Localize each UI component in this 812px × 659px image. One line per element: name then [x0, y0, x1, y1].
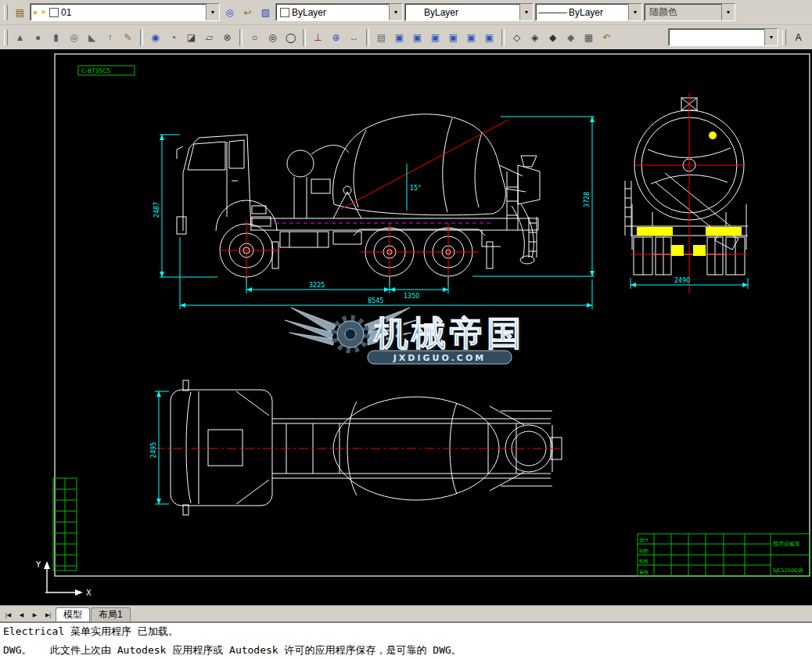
slice-icon[interactable]: ◪: [183, 29, 199, 46]
section-icon[interactable]: ▱: [201, 29, 217, 46]
icon-glyph: ⊥: [314, 33, 322, 42]
chevron-down-icon[interactable]: ▼: [764, 29, 778, 45]
icon-glyph: ◎: [70, 33, 77, 42]
sheet-set-icon[interactable]: ▥: [808, 29, 812, 46]
icon-glyph: ↑: [108, 33, 113, 42]
icon-glyph: ▣: [485, 33, 494, 42]
icon-glyph: ◪: [187, 33, 196, 42]
interfere-icon[interactable]: ⊗: [219, 29, 235, 46]
layer-states-icon[interactable]: ▧: [257, 4, 274, 21]
icon-glyph: ▣: [449, 33, 458, 42]
chevron-down-icon[interactable]: ▼: [389, 4, 402, 20]
plan-view: [171, 380, 562, 515]
linetype-combo[interactable]: ByLayer ▼: [404, 3, 534, 21]
view-left-icon[interactable]: ▣: [427, 29, 444, 46]
icon-glyph: ▲: [16, 33, 25, 42]
icon-glyph: ▣: [413, 33, 422, 42]
ucs-world-icon[interactable]: ⊕: [328, 29, 344, 46]
view-right-icon[interactable]: ▣: [445, 29, 462, 46]
make-object-layer-current-icon[interactable]: ◎: [221, 4, 238, 21]
subtract-icon[interactable]: ◔: [165, 29, 181, 46]
logo-url: JXDIGUO.COM: [393, 353, 486, 363]
chevron-down-icon[interactable]: ▼: [628, 4, 641, 20]
current-linetype: ByLayer: [410, 7, 458, 18]
orbit-icon[interactable]: ◇: [508, 29, 525, 46]
icon-glyph: ▣: [431, 33, 440, 42]
dim-overall-length: 8545: [368, 297, 383, 304]
dim-plan-width: 2495: [150, 442, 157, 458]
title-block: 设计 制图 校核 审核 搅拌运输车 SJC5250GJB: [638, 534, 810, 576]
tab-nav-group: |◀◀▶▶|: [2, 609, 54, 621]
tab-model[interactable]: 模型: [56, 607, 90, 621]
camera-icon[interactable]: ▦: [580, 29, 597, 46]
icon-glyph: ↶: [602, 33, 610, 42]
title-cell-2: 校核: [638, 558, 649, 564]
icon-glyph: ◣: [88, 33, 95, 42]
color-combo[interactable]: ByLayer ▼: [275, 3, 403, 21]
view-sw-iso-icon[interactable]: ▣: [463, 29, 480, 46]
tab-nav-last[interactable]: ▶|: [42, 609, 54, 621]
autocad-window: ▤ ●☀ 01 ▼ ◎↩▧ ByLayer ▼ ByLayer ▼ ———— B…: [0, 0, 812, 659]
ucs-icon[interactable]: ⊥: [310, 29, 326, 46]
edit-polyline-icon[interactable]: ✎: [120, 29, 136, 46]
ellipse-icon[interactable]: ◯: [282, 29, 299, 46]
adjust-distance-icon[interactable]: ◆: [562, 29, 579, 46]
color-swatch: [280, 8, 289, 17]
command-line-window[interactable]: Electrical 菜单实用程序 已加载。 DWG。 此文件上次由 Autod…: [0, 621, 812, 659]
view-bottom-icon[interactable]: ▣: [409, 29, 426, 46]
cone-icon[interactable]: ▲: [12, 29, 28, 46]
text-style-icon[interactable]: A: [790, 29, 807, 46]
command-history-line-2: DWG。 此文件上次由 Autodesk 应用程序或 Autodesk 许可的应…: [3, 643, 809, 657]
circle-icon[interactable]: ○: [246, 29, 263, 46]
plotstyle-combo: 随颜色 ▼: [644, 3, 735, 21]
icon-glyph: ▤: [16, 8, 24, 17]
distance-icon[interactable]: ↔: [346, 29, 362, 46]
view-previous-icon[interactable]: ↶: [598, 29, 615, 46]
drawing-area[interactable]: C-8735C5: [0, 49, 812, 605]
donut-icon[interactable]: ◎: [264, 29, 281, 46]
icon-glyph: ⊕: [332, 33, 340, 42]
layer-status-group: ●☀: [33, 9, 48, 16]
view-combo[interactable]: ▼: [668, 28, 778, 46]
lineweight-combo[interactable]: ———— ByLayer ▼: [535, 3, 642, 21]
wedge-icon[interactable]: ◣: [84, 29, 100, 46]
render-icon[interactable]: ▤: [373, 29, 390, 46]
toolbar-grip[interactable]: [4, 30, 8, 45]
tab-nav-prev[interactable]: ◀: [16, 609, 27, 621]
tab-nav-first[interactable]: |◀: [2, 609, 14, 621]
icon-glyph: ↩: [243, 8, 251, 17]
orbit-continuous-icon[interactable]: ◈: [526, 29, 543, 46]
dim-axle-spacing: 1350: [404, 293, 419, 300]
layer-previous-icon[interactable]: ↩: [239, 4, 256, 21]
toolbar-separator: [140, 29, 143, 46]
extrude-icon[interactable]: ↑: [102, 29, 118, 46]
sphere-icon[interactable]: ●: [30, 29, 46, 46]
ucs-y-label: Y: [35, 560, 41, 569]
tab-nav-next[interactable]: ▶: [29, 609, 41, 621]
chevron-down-icon[interactable]: ▼: [519, 4, 533, 20]
swivel-icon[interactable]: ◆: [544, 29, 561, 46]
layer-thaw-sun-icon: ☀: [40, 9, 47, 16]
command-history-line-1: Electrical 菜单实用程序 已加载。: [3, 625, 809, 638]
icon-glyph: ◇: [513, 33, 520, 42]
gear-icon: [334, 318, 367, 351]
current-layer-name: 01: [61, 7, 71, 18]
view-se-iso-icon[interactable]: ▣: [481, 29, 498, 46]
sheet-code-stamp: C-8735C5: [78, 66, 135, 75]
view-top-icon[interactable]: ▣: [391, 29, 408, 46]
layer-manager-icon[interactable]: ▤: [12, 4, 28, 21]
torus-icon[interactable]: ◎: [66, 29, 82, 46]
side-view: [177, 114, 540, 277]
object-properties-toolbar: ▤ ●☀ 01 ▼ ◎↩▧ ByLayer ▼ ByLayer ▼ ———— B…: [0, 0, 812, 25]
icon-glyph: ▣: [395, 33, 404, 42]
union-icon[interactable]: ◉: [147, 29, 163, 46]
toolbar-grip[interactable]: [4, 5, 8, 20]
drawing-svg: C-8735C5: [0, 49, 812, 605]
cylinder-icon[interactable]: ▮: [48, 29, 64, 46]
tab-layout1[interactable]: 布局1: [91, 607, 131, 621]
dimensions: 2487 3728 3225 1350 8545 15° 2490 2495: [150, 117, 748, 504]
toolbar-grip[interactable]: [782, 30, 786, 45]
layer-combo[interactable]: ●☀ 01 ▼: [30, 3, 220, 21]
chevron-down-icon[interactable]: ▼: [206, 4, 219, 20]
current-lineweight: ByLayer: [569, 7, 603, 18]
